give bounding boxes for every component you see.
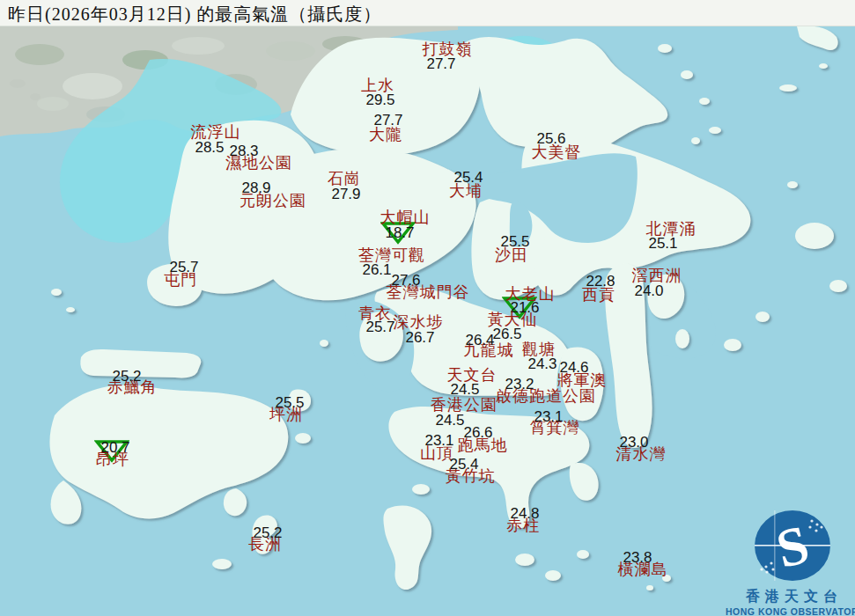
station-value: 24.6	[559, 360, 588, 375]
station-value: 24.3	[527, 356, 556, 371]
station-value: 26.7	[405, 330, 434, 345]
station-name: 滘西洲	[632, 268, 682, 283]
station-value: 23.2	[505, 377, 534, 392]
station-value: 24.0	[634, 283, 663, 298]
hko-logo-name-cn: 香港天文台	[726, 588, 855, 606]
station-value: 27.6	[391, 273, 420, 288]
station-value: 26.6	[463, 425, 492, 440]
hko-logo-name-en: HONG KONG OBSERVATORY	[726, 606, 855, 616]
station-value: 26.1	[362, 262, 391, 277]
station-value: 25.2	[112, 369, 141, 384]
station-value: 23.1	[534, 409, 563, 424]
station-value: 23.8	[623, 550, 652, 565]
station-name: 石崗	[328, 171, 361, 187]
station-value: 20.7	[100, 440, 129, 455]
station-value: 25.5	[275, 395, 304, 410]
station-value: 27.7	[426, 56, 455, 71]
station-name: 流浮山	[191, 124, 241, 140]
station-name: 香港公園	[431, 397, 498, 413]
station-value: 18.7	[385, 225, 414, 240]
station-value: 24.8	[510, 506, 539, 521]
station-value: 25.4	[449, 457, 478, 472]
title-bar: 昨日(2026年03月12日) 的最高氣溫（攝氏度）	[0, 0, 855, 26]
station-value: 23.0	[619, 435, 648, 450]
station-name: 深水埗	[394, 314, 444, 330]
station-value: 28.5	[195, 140, 224, 155]
station-value: 25.5	[500, 234, 529, 249]
station-value: 25.4	[453, 170, 483, 185]
station-value: 23.1	[424, 433, 453, 448]
station-value: 25.6	[536, 131, 565, 146]
hko-logo-icon: S	[726, 502, 855, 583]
station-value: 26.5	[492, 326, 521, 341]
station-value: 27.7	[373, 113, 402, 128]
station-name: 大隴	[369, 127, 402, 143]
station-value: 26.4	[465, 333, 494, 348]
station-value: 29.5	[365, 92, 394, 107]
station-value: 22.8	[586, 274, 615, 289]
station-value: 24.5	[435, 413, 464, 428]
station-value: 27.9	[331, 187, 360, 202]
station-name: 大帽山	[380, 209, 431, 225]
station-value: 28.9	[241, 180, 270, 195]
weather-map-page: 打鼓嶺27.7上水29.5大隴27.7大美督25.6流浮山28.5濕地公園28.…	[0, 0, 855, 616]
page-title: 昨日(2026年03月12日) 的最高氣溫（攝氏度）	[8, 3, 381, 26]
station-value: 28.3	[229, 143, 258, 158]
station-value: 25.1	[648, 236, 677, 251]
station-value: 25.7	[169, 260, 198, 275]
station-value: 25.2	[253, 525, 282, 540]
station-value: 25.7	[365, 319, 394, 334]
station-value: 24.5	[450, 382, 479, 397]
hko-logo: S 香港天文台 HONG KONG OBSERVATORY	[726, 502, 855, 614]
